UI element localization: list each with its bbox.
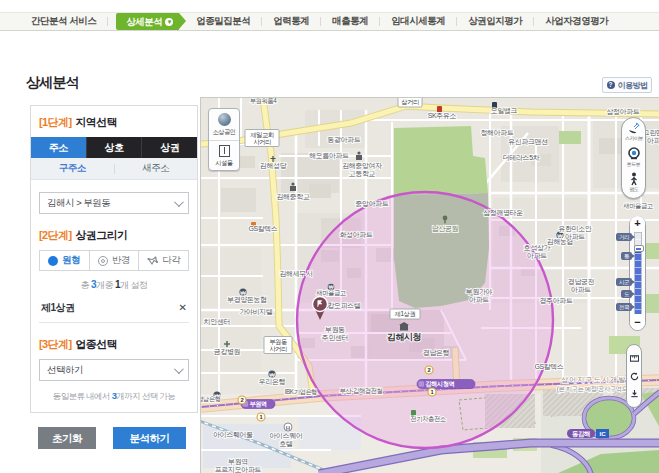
zoom-level-tag[interactable]: 전국: [616, 303, 632, 311]
measure-icon[interactable]: [630, 354, 639, 363]
mode-circle[interactable]: 원형: [40, 251, 89, 270]
industry-select[interactable]: 선택하기: [39, 359, 189, 381]
map-label: 김해중앙여자: [342, 162, 382, 169]
nav-item-owner-rating[interactable]: 사업자경영평가: [534, 15, 619, 28]
subtab-old-address[interactable]: 구주소: [31, 162, 114, 175]
route-shield: 1: [257, 413, 265, 421]
step1-title: 지역선택: [75, 116, 117, 128]
industry-select-value: 선택하기: [47, 364, 83, 377]
svg-text:사거리: 사거리: [253, 138, 271, 145]
map-label: IBK기업은행: [285, 388, 318, 396]
summary-text: 개 설정: [120, 280, 148, 290]
map-label: 유신파크맨션: [508, 138, 548, 145]
zoom-level-tag[interactable]: 동: [621, 252, 632, 260]
download-icon[interactable]: [630, 389, 639, 398]
svg-text:2: 2: [427, 367, 430, 373]
pedestrian-button[interactable]: 맵도: [628, 172, 640, 198]
help-button[interactable]: ? 이용방법: [602, 77, 652, 93]
roadview-button[interactable]: 로드뷰: [626, 147, 641, 173]
svg-text:부원동: 부원동: [269, 338, 287, 345]
skyview-icon: [626, 121, 641, 135]
draw-mode-group: 원형 반경 다각: [39, 250, 189, 271]
step1-heading: [1단계]지역선택: [31, 106, 197, 137]
mode-radius[interactable]: 반경: [89, 251, 139, 270]
trade-area-name: 제1상권: [41, 301, 75, 315]
route-shield: 2: [425, 366, 433, 374]
nav-item-density-analysis[interactable]: 업종밀집분석: [185, 15, 261, 28]
map-label: 아파트: [565, 233, 585, 240]
nav-item-simple-analysis[interactable]: 간단분석 서비스: [20, 15, 107, 28]
tab-store-name[interactable]: 상호: [86, 137, 142, 158]
step3-number: [3단계]: [39, 338, 71, 350]
map-label: 화성아파트: [339, 231, 372, 239]
skyview-button[interactable]: 스카이뷰: [624, 121, 644, 147]
step1-number: [1단계]: [39, 116, 71, 128]
map-label: 주민센터: [322, 334, 348, 341]
zoom-thumb[interactable]: [634, 245, 644, 252]
chevron-down-icon: [174, 364, 184, 374]
map-label: 중앙아파트: [355, 200, 388, 207]
svg-text:IC: IC: [599, 430, 606, 437]
help-button-label: 이용방법: [618, 80, 648, 91]
map-graphic: ₩ ₩ ₩ ₩ ₩ H 부원워룸4동광아파트해오름아파트김해성당김해중앙여자고등…: [201, 98, 659, 473]
map-label: 경남은행: [423, 349, 449, 357]
zoom-out-button[interactable]: −: [630, 315, 645, 330]
map-label: 부원가야: [466, 288, 493, 295]
question-icon: ?: [607, 81, 615, 89]
map-label: 아파트: [469, 296, 489, 303]
step2-number: [2단계]: [39, 229, 71, 241]
zoom-track[interactable]: [634, 232, 642, 314]
map-box-label: 제1상권: [390, 309, 420, 319]
tab-address[interactable]: 주소: [31, 137, 86, 158]
concentric-circles-icon: [98, 256, 108, 266]
map-label: 삼정깨명타운: [483, 209, 523, 217]
address-subtabs: 구주소 새주소: [31, 158, 197, 180]
nav-item-business-age-stats[interactable]: 업력통계: [262, 15, 320, 28]
nav-item-location-rating[interactable]: 상권입지평가: [457, 15, 533, 28]
zoom-in-button[interactable]: +: [630, 216, 645, 231]
zoom-level-tag[interactable]: 거리: [616, 233, 632, 241]
facility-layer-button[interactable]: 시설물: [209, 140, 239, 171]
pedestrian-label: 맵도: [629, 187, 638, 193]
small-business-layer-button[interactable]: 소상공인: [209, 109, 239, 140]
building-icon: [219, 145, 230, 157]
zoom-level-tag[interactable]: 도: [621, 290, 632, 298]
page-title: 상세분석: [26, 74, 79, 92]
map-label: 프르지오아파트: [215, 466, 262, 473]
map-canvas[interactable]: ₩ ₩ ₩ ₩ ₩ H 부원워룸4동광아파트해오름아파트김해성당김해중앙여자고등…: [200, 97, 659, 473]
svg-text:부원역: 부원역: [250, 400, 268, 408]
map-label: 해오름아파트: [309, 152, 349, 159]
nav-active-arrow-icon: ▾: [165, 18, 173, 26]
svg-text:H: H: [286, 425, 290, 431]
reset-button[interactable]: 초기화: [38, 427, 96, 449]
undo-icon[interactable]: [630, 372, 639, 381]
map-label: 김해성당: [260, 162, 288, 170]
map-label: GS칼텍스: [248, 225, 278, 232]
map-label: 우리은행: [259, 378, 285, 386]
nav-item-sales-stats[interactable]: 매출통계: [321, 15, 379, 28]
nav-item-detail-analysis-active[interactable]: 상세분석 ▾: [116, 13, 179, 30]
svg-text:김해시청역: 김해시청역: [426, 380, 455, 388]
map-box-label: 부원동사거리: [264, 337, 292, 354]
subtab-new-address[interactable]: 새주소: [115, 162, 198, 175]
map-label: 김해시청: [387, 332, 421, 342]
map-label: 경남궁전: [568, 278, 595, 286]
nav-item-rent-stats[interactable]: 임대시세통계: [380, 15, 456, 28]
map-label: 가야비지텔: [239, 308, 272, 315]
zoom-level-tag[interactable]: 시군: [616, 278, 632, 286]
remove-area-icon[interactable]: ✕: [179, 303, 187, 313]
small-business-icon: [218, 113, 231, 126]
nav-separator: [107, 17, 108, 26]
map-label: 아이스훼어울: [213, 431, 253, 438]
step2-title: 상권그리기: [75, 229, 127, 241]
tab-trade-area[interactable]: 상권: [141, 137, 197, 158]
mode-polygon[interactable]: 다각: [138, 251, 188, 270]
map-label: 오일뱅크: [491, 107, 518, 114]
map-label: 경주아파트: [539, 297, 572, 305]
map-view-controls: 스카이뷰 로드뷰 맵도: [621, 117, 646, 199]
note-text: 개까지 선택 가능: [116, 391, 175, 401]
map-label: 호텔: [279, 440, 293, 447]
region-select[interactable]: 김해시 > 부원동: [39, 192, 189, 214]
polygon-icon: [147, 256, 158, 266]
analyze-button[interactable]: 분석하기: [113, 427, 186, 449]
